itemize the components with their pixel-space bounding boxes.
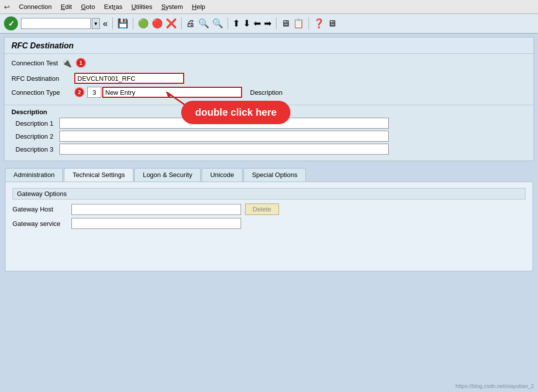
- menu-bar: ↩ Connection Edit Goto Extras Utilities …: [0, 0, 538, 14]
- save-icon[interactable]: 💾: [117, 19, 128, 28]
- description-field-label: Description: [250, 89, 282, 96]
- tab-content: Gateway Options Gateway Host Delete Gate…: [5, 182, 533, 271]
- screen2-icon[interactable]: 📋: [293, 19, 304, 28]
- tab-unicode[interactable]: Unicode: [202, 168, 243, 182]
- rfc-destination-input[interactable]: [74, 73, 184, 84]
- sep2: [133, 17, 133, 29]
- connection-type-num-input[interactable]: [87, 87, 101, 98]
- print-icon[interactable]: 🖨: [186, 19, 195, 28]
- tabs-bar: Administration Technical Settings Logon …: [0, 164, 538, 182]
- watermark: https://blog.csdn.net/xiayutian_2: [456, 383, 534, 389]
- gateway-service-row: Gateway service: [12, 218, 526, 229]
- app-icon: ↩: [4, 3, 10, 11]
- nav1-icon[interactable]: ⬆: [233, 19, 240, 28]
- menu-goto[interactable]: Goto: [81, 3, 95, 10]
- shortcut3-icon[interactable]: ❌: [166, 19, 177, 28]
- desc3-input[interactable]: [59, 144, 389, 155]
- menu-utilities[interactable]: Utilities: [131, 3, 152, 10]
- conn-type-wrap: [87, 87, 242, 98]
- sep6: [308, 17, 309, 29]
- back-icon[interactable]: «: [103, 19, 108, 28]
- connection-type-label: Connection Type: [11, 89, 71, 96]
- find-icon[interactable]: 🔍: [198, 19, 209, 28]
- gateway-options-section: Gateway Options Gateway Host Delete Gate…: [12, 188, 526, 229]
- main-area: RFC Destination Connection Test 🔌 1 RFC …: [4, 37, 534, 161]
- rfc-header: RFC Destination: [4, 37, 534, 54]
- nav4-icon[interactable]: ➡: [264, 19, 271, 28]
- connection-test-row: Connection Test 🔌 1: [11, 58, 527, 68]
- tab-logon-security[interactable]: Logon & Security: [134, 168, 201, 182]
- find2-icon[interactable]: 🔍: [212, 19, 223, 28]
- command-field-wrap: ▼: [21, 18, 100, 29]
- desc2-input[interactable]: [59, 131, 389, 142]
- shortcut2-icon[interactable]: 🔴: [152, 19, 163, 28]
- rfc-destination-row: RFC Destination: [11, 73, 527, 84]
- page-title: RFC Destination: [11, 41, 73, 50]
- menu-connection[interactable]: Connection: [19, 3, 52, 10]
- connection-type-row: Connection Type 2 Description double cli…: [11, 87, 527, 98]
- gateway-host-row: Gateway Host Delete: [12, 203, 526, 215]
- tab-technical-settings[interactable]: Technical Settings: [64, 168, 133, 182]
- form-area: Connection Test 🔌 1 RFC Destination Conn…: [4, 54, 534, 105]
- confirm-button[interactable]: ✓: [4, 16, 18, 30]
- gateway-service-input[interactable]: [71, 218, 241, 229]
- desc1-label: Description 1: [11, 120, 56, 127]
- sep5: [276, 17, 276, 29]
- delete-button[interactable]: Delete: [245, 203, 279, 215]
- command-input[interactable]: [21, 18, 91, 29]
- gateway-host-label: Gateway Host: [12, 205, 67, 213]
- step1-badge: 1: [76, 58, 86, 68]
- toolbar: ✓ ▼ « 💾 🟢 🔴 ❌ 🖨 🔍 🔍 ⬆ ⬇ ⬅ ➡ 🖥 📋 ❓ 🖥: [0, 14, 538, 34]
- nav3-icon[interactable]: ⬅: [254, 19, 261, 28]
- screen1-icon[interactable]: 🖥: [281, 19, 290, 28]
- shortcut1-icon[interactable]: 🟢: [138, 19, 149, 28]
- rfc-destination-label: RFC Destination: [11, 75, 71, 82]
- desc3-label: Description 3: [11, 146, 56, 153]
- monitor-icon[interactable]: 🖥: [327, 19, 336, 28]
- help-icon[interactable]: ❓: [313, 19, 324, 28]
- menu-help[interactable]: Help: [192, 3, 206, 10]
- menu-system[interactable]: System: [161, 3, 183, 10]
- gateway-host-input[interactable]: [71, 204, 241, 215]
- menu-edit[interactable]: Edit: [61, 3, 72, 10]
- desc2-row: Description 2: [11, 131, 527, 142]
- step2-wrap: 2: [74, 87, 84, 97]
- desc3-row: Description 3: [11, 144, 527, 155]
- gateway-service-label: Gateway service: [12, 220, 67, 227]
- command-dropdown[interactable]: ▼: [92, 18, 100, 29]
- menu-extras[interactable]: Extras: [104, 3, 122, 10]
- callout-bubble: double click here: [181, 101, 290, 124]
- sep1: [112, 17, 113, 29]
- tab-special-options[interactable]: Special Options: [244, 168, 306, 182]
- plug-icon: 🔌: [62, 58, 72, 68]
- gateway-section-header: Gateway Options: [12, 188, 526, 199]
- sep4: [228, 17, 228, 29]
- connection-test-label: Connection Test: [11, 59, 58, 67]
- step2-badge: 2: [74, 87, 84, 97]
- sep3: [181, 17, 182, 29]
- desc2-label: Description 2: [11, 133, 56, 140]
- nav2-icon[interactable]: ⬇: [243, 19, 251, 28]
- tab-administration[interactable]: Administration: [5, 168, 63, 182]
